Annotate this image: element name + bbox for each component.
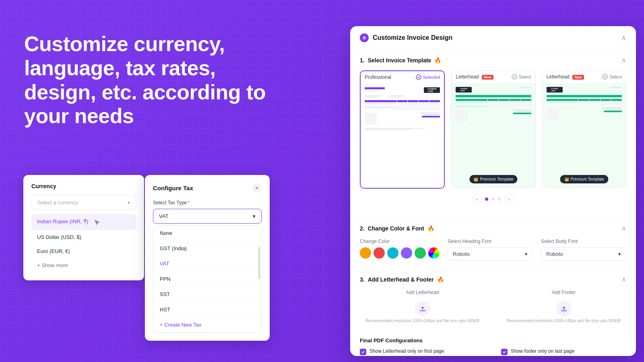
configure-tax-card: Configure Tax × Select Tax Type* VAT ▾ N… <box>145 175 270 341</box>
pdf-footer-label: Show footer only on last page <box>511 348 574 354</box>
tax-option-gst[interactable]: GST (India) <box>153 241 261 256</box>
section-number: 1. <box>360 57 365 64</box>
carousel-dot-3[interactable] <box>498 197 501 201</box>
invoice-design-panel: Customize Invoice Design ∧ 1. Select Inv… <box>350 26 636 356</box>
chevron-down-icon: ▾ <box>128 200 130 206</box>
heading-font-value: Roboto <box>453 251 470 257</box>
section-collapse-icon: ∧ <box>621 56 626 64</box>
color-swatch-amber[interactable] <box>360 247 371 259</box>
carousel-dot-1[interactable] <box>485 197 488 201</box>
close-icon[interactable]: × <box>252 183 262 193</box>
carousel-prev-button[interactable]: ‹ <box>472 194 482 204</box>
section-letterhead: 3. Add Letterhead & Footer 🔥 ∧ Add Lette… <box>350 269 636 356</box>
template-content: Professional Selected <box>350 70 636 218</box>
color-font-content: Change Color Select Heading Font Roboto <box>350 239 636 269</box>
footer-upload-hint: Recommended resolution 1000×140px and fi… <box>507 319 621 323</box>
premium-badge-1: 👑 Premium Template <box>469 175 517 183</box>
body-font-chevron: ▾ <box>618 251 621 257</box>
pdf-options-grid: Show Letterhead only on first page Foote… <box>360 348 626 356</box>
color-picker-icon[interactable] <box>428 247 440 259</box>
color-swatch-cyan[interactable] <box>387 247 398 259</box>
section-2-collapse-icon: ∧ <box>621 224 626 232</box>
crown-icon: 👑 <box>473 177 478 181</box>
section-template-title: 1. Select Invoice Template 🔥 <box>360 57 441 64</box>
template-professional[interactable]: Professional Selected <box>360 70 445 189</box>
carousel-dot-2[interactable] <box>491 197 495 201</box>
create-new-tax-button[interactable]: + Create New Tax <box>153 317 261 332</box>
letterhead-checkbox[interactable] <box>360 349 366 355</box>
scrollbar[interactable] <box>258 226 260 332</box>
tax-option-ppn[interactable]: PPN <box>153 272 261 287</box>
tax-card-title: Configure Tax <box>153 185 193 191</box>
template-letterhead-1[interactable]: Letterhead New Select FOOBARLABS <box>451 70 535 188</box>
color-swatch-green[interactable] <box>415 247 426 259</box>
upload-letterhead-area: Add Letterhead Recommended resolution 10… <box>360 290 485 323</box>
section-color-font-title: 2. Change Color & Font 🔥 <box>360 225 434 232</box>
pdf-option-footer-row: Show footer only on last page <box>501 348 626 355</box>
currency-show-more[interactable]: + Show more <box>31 258 136 272</box>
template-select-button-1[interactable]: Select <box>512 74 531 80</box>
template-letterhead-1-name: Letterhead New <box>456 74 493 80</box>
panel-collapse-icon[interactable]: ∧ <box>621 33 626 42</box>
section-3-number: 3. <box>360 276 365 283</box>
fire-icon-2: 🔥 <box>427 225 434 232</box>
color-swatch-red[interactable] <box>374 247 385 259</box>
template-professional-thumbnail: FOOBARLABS <box>361 83 444 188</box>
tax-card-header: Configure Tax × <box>153 183 262 193</box>
currency-card: Currency Select a currency ▾ Indian Rupe… <box>23 175 144 280</box>
template-letterhead-2-thumbnail: FOOBARLABS <box>543 83 626 187</box>
section-template: 1. Select Invoice Template 🔥 ∧ Professio… <box>350 50 636 218</box>
template-letterhead-2[interactable]: Letterhead New Select FOOBARLABS <box>542 70 626 188</box>
panel-title: Customize Invoice Design <box>360 33 452 42</box>
premium-badge-2: 👑 Premium Template <box>560 175 608 183</box>
template-letterhead-2-header: Letterhead New Select <box>543 71 626 83</box>
tax-option-hst[interactable]: HST <box>153 302 261 317</box>
carousel-next-button[interactable]: › <box>504 194 514 204</box>
pdf-option-letterhead: Show Letterhead only on first page Foote… <box>360 348 485 356</box>
headline: Customize currency, language, tax rates,… <box>24 32 282 128</box>
upload-letterhead-icon[interactable] <box>415 301 430 316</box>
template-new-badge-2: New <box>572 75 584 80</box>
body-font-section: Select Body Font Roboto ▾ <box>541 239 626 261</box>
final-pdf-title: Final PDF Configurations <box>360 337 626 343</box>
tax-selected-value: VAT <box>159 213 168 219</box>
currency-option-inr[interactable]: Indian Rupee (INR, ₹) <box>31 214 136 230</box>
chevron-down-icon: ▾ <box>253 213 256 219</box>
template-professional-header: Professional Selected <box>361 71 444 83</box>
panel-header: Customize Invoice Design ∧ <box>350 26 636 50</box>
upload-footer-icon[interactable] <box>556 301 572 316</box>
scrollbar-thumb <box>258 247 260 279</box>
color-swatch-purple[interactable] <box>401 247 412 259</box>
tax-type-select[interactable]: VAT ▾ <box>153 209 262 224</box>
pdf-option-footer: Show footer only on last page Footer wil… <box>501 348 626 356</box>
crown-icon-2: 👑 <box>564 177 569 181</box>
footer-checkbox[interactable] <box>501 349 508 355</box>
currency-select-dropdown[interactable]: Select a currency ▾ <box>31 195 136 210</box>
upload-footer-area: Add Footer Recommended resolution 1000×1… <box>501 290 626 323</box>
tax-option-none[interactable]: None <box>153 226 261 241</box>
tax-option-sst[interactable]: SST <box>153 287 261 302</box>
letterhead-content: Add Letterhead Recommended resolution 10… <box>350 290 636 331</box>
fire-icon: 🔥 <box>434 57 441 64</box>
currency-placeholder: Select a currency <box>37 200 78 206</box>
svg-point-1 <box>416 75 421 80</box>
section-2-number: 2. <box>360 225 365 232</box>
section-3-collapse-icon: ∧ <box>621 276 626 283</box>
section-template-header[interactable]: 1. Select Invoice Template 🔥 ∧ <box>350 50 636 70</box>
heading-font-label: Select Heading Font <box>448 239 533 244</box>
template-select-button-2[interactable]: Select <box>602 74 622 80</box>
heading-font-select[interactable]: Roboto ▾ <box>448 247 533 261</box>
tax-option-vat[interactable]: VAT <box>153 256 261 272</box>
add-letterhead-label: Add Letterhead <box>406 290 439 295</box>
body-font-select[interactable]: Roboto ▾ <box>541 247 626 261</box>
template-letterhead-1-thumbnail: FOOBARLABS <box>452 83 535 187</box>
currency-option-eur[interactable]: Euro (EUR, €) <box>31 244 136 258</box>
section-letterhead-header[interactable]: 3. Add Letterhead & Footer 🔥 ∧ <box>350 269 636 290</box>
tax-dropdown: None GST (India) VAT PPN SST HST + Creat… <box>153 225 262 333</box>
cursor-icon <box>93 218 101 226</box>
section-color-font-header[interactable]: 2. Change Color & Font 🔥 ∧ <box>350 218 636 239</box>
currency-option-usd[interactable]: US Dollar (USD, $) <box>31 230 136 244</box>
template-grid: Professional Selected <box>360 70 626 189</box>
add-footer-label: Add Footer <box>552 290 576 295</box>
template-new-badge: New <box>482 75 493 80</box>
